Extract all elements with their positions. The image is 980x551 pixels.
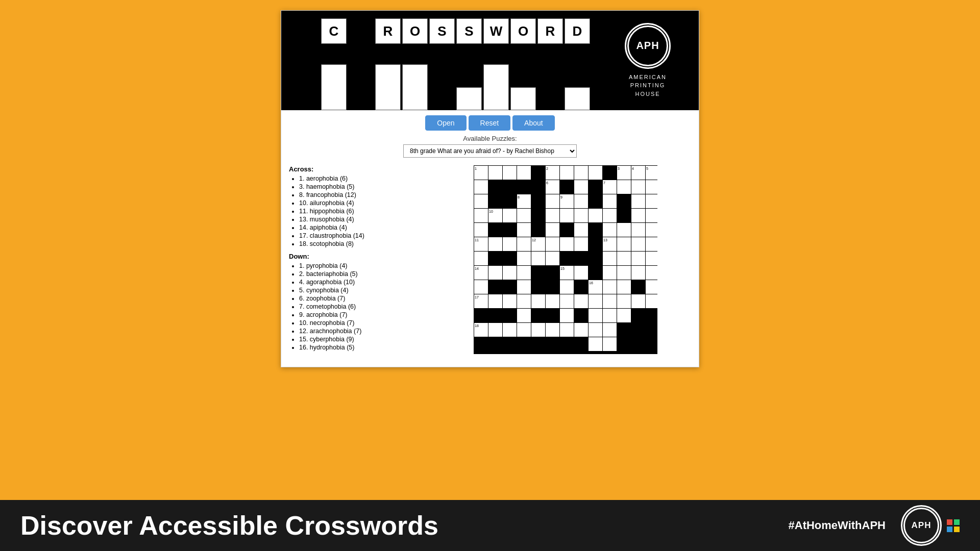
svg-text:16: 16 [589, 281, 593, 285]
svg-rect-68 [617, 237, 631, 251]
svg-text:9: 9 [560, 195, 562, 199]
svg-rect-126 [574, 323, 588, 337]
about-button[interactable]: About [512, 115, 555, 131]
svg-rect-54 [631, 223, 645, 237]
svg-rect-91 [474, 280, 488, 294]
svg-rect-53 [617, 223, 631, 237]
svg-rect-29 [546, 194, 559, 208]
svg-rect-115 [589, 309, 602, 322]
svg-rect-64 [560, 237, 574, 251]
svg-rect-69 [631, 237, 645, 251]
list-item: 6. zoophobia (7) [299, 295, 432, 302]
svg-rect-34 [631, 194, 645, 208]
svg-rect-25 [646, 180, 657, 194]
svg-rect-101 [488, 294, 502, 308]
down-list: 1. pyrophobia (4) 2. bacteriaphobia (5) … [289, 262, 432, 351]
svg-rect-116 [603, 309, 617, 322]
svg-rect-33 [603, 194, 617, 208]
svg-rect-96 [603, 280, 617, 294]
svg-rect-102 [503, 294, 517, 308]
svg-rect-97 [617, 280, 631, 294]
svg-rect-82 [503, 266, 517, 280]
svg-text:18: 18 [475, 324, 479, 328]
svg-rect-70 [646, 237, 657, 251]
svg-rect-47 [646, 209, 657, 222]
reset-button[interactable]: Reset [469, 115, 511, 131]
toolbar-buttons: Open Reset About [425, 115, 554, 131]
list-item: 1. pyrophobia (4) [299, 262, 432, 269]
svg-rect-109 [603, 294, 617, 308]
svg-text:1: 1 [475, 167, 477, 170]
list-item: 12. arachnophobia (7) [299, 328, 432, 335]
puzzle-select[interactable]: 8th grade What are you afraid of? - by R… [403, 144, 577, 158]
open-button[interactable]: Open [425, 115, 466, 131]
list-item: 5. cynophobia (4) [299, 287, 432, 294]
svg-rect-17 [474, 180, 488, 194]
aph-circle-inner: APH [627, 26, 668, 66]
svg-rect-117 [617, 309, 631, 322]
list-item: 7. cometophobia (6) [299, 303, 432, 310]
available-puzzles-label: Available Puzzles: [463, 135, 517, 142]
svg-text:12: 12 [532, 238, 536, 242]
svg-rect-35 [646, 194, 657, 208]
svg-rect-107 [574, 294, 588, 308]
svg-rect-122 [517, 323, 531, 337]
svg-rect-43 [574, 209, 588, 222]
list-item: 18. scotophobia (8) [299, 240, 432, 247]
svg-rect-112 [646, 294, 657, 308]
svg-rect-44 [589, 209, 602, 222]
list-item: 15. cyberphobia (9) [299, 336, 432, 343]
svg-rect-65 [574, 237, 588, 251]
svg-rect-20 [574, 180, 588, 194]
svg-rect-121 [503, 323, 517, 337]
svg-rect-32 [574, 194, 588, 208]
svg-rect-36 [474, 209, 488, 222]
list-item: 10. necrophobia (7) [299, 319, 432, 327]
svg-rect-98 [646, 280, 657, 294]
svg-text:6: 6 [546, 181, 548, 185]
svg-rect-26 [474, 194, 488, 208]
svg-rect-5 [517, 166, 531, 180]
svg-rect-63 [546, 237, 559, 251]
list-item: 14. apiphobia (4) [299, 224, 432, 231]
svg-rect-9 [574, 166, 588, 180]
svg-rect-108 [589, 294, 602, 308]
svg-rect-105 [546, 294, 559, 308]
svg-rect-45 [603, 209, 617, 222]
svg-rect-42 [560, 209, 574, 222]
svg-rect-71 [474, 252, 488, 265]
svg-rect-59 [503, 237, 517, 251]
svg-rect-124 [546, 323, 559, 337]
svg-rect-49 [517, 223, 531, 237]
svg-rect-60 [517, 237, 531, 251]
svg-text:17: 17 [475, 295, 479, 299]
aph-logo-bottom-inner: APH [903, 508, 939, 543]
list-item: 17. claustrophobia (14) [299, 232, 432, 239]
list-item: 1. aerophobia (6) [299, 175, 432, 182]
svg-rect-110 [617, 294, 631, 308]
main-area: C R O S S W O R D [0, 0, 980, 500]
list-item: 11. hippophobia (6) [299, 208, 432, 215]
grid-section: // Grid layout approximation [439, 165, 691, 362]
svg-rect-120 [488, 323, 502, 337]
svg-rect-74 [546, 252, 559, 265]
svg-rect-89 [631, 266, 645, 280]
list-item: 2. bacteriaphobia (5) [299, 270, 432, 278]
svg-text:5: 5 [646, 167, 648, 170]
svg-rect-3 [488, 166, 502, 180]
aph-subtitle: AMERICAN PRINTING HOUSE [629, 73, 667, 98]
clues-section: Across: 1. aerophobia (6) 3. haemophobia… [289, 165, 432, 362]
svg-rect-4 [503, 166, 517, 180]
svg-rect-86 [574, 266, 588, 280]
svg-rect-83 [517, 266, 531, 280]
svg-rect-88 [617, 266, 631, 280]
list-item: 10. ailurophobia (4) [299, 199, 432, 207]
svg-rect-90 [646, 266, 657, 280]
aph-logo-bottom: APH [901, 505, 942, 546]
svg-rect-39 [503, 209, 517, 222]
svg-rect-48 [474, 223, 488, 237]
svg-rect-111 [631, 294, 645, 308]
crossword-title-area: C R O S S W O R D [281, 11, 597, 110]
svg-text:8: 8 [518, 195, 520, 199]
toolbar: Open Reset About Available Puzzles: 8th … [281, 110, 699, 160]
